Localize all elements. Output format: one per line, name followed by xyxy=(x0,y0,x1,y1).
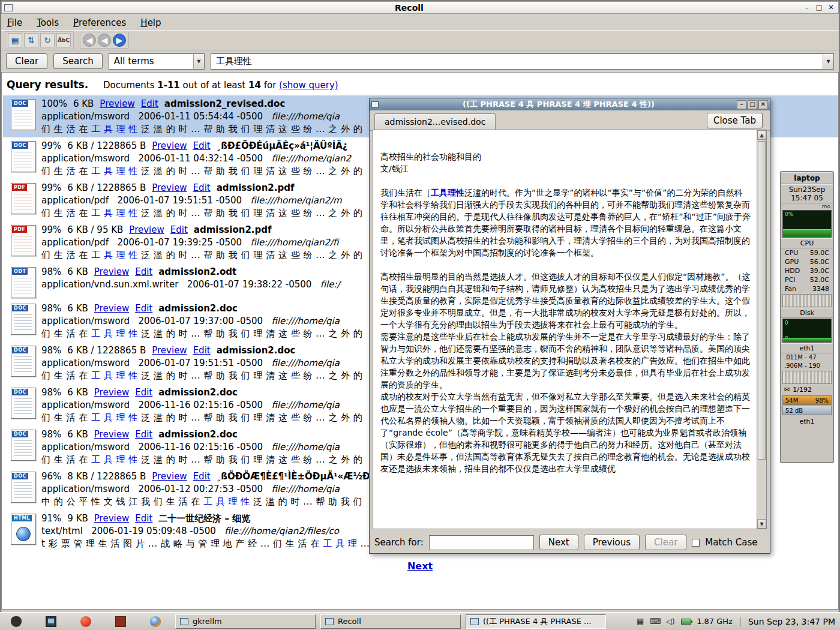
preview-paragraph: 需要注意的是这些毕业后在社会上能成功发展的学生并不一定是在大学里学习成绩最好的学… xyxy=(380,331,751,391)
menu-preferences[interactable]: Preferences xyxy=(73,17,126,28)
scroll-down-icon[interactable]: ▼ xyxy=(757,519,766,529)
result-preview-link[interactable]: Preview xyxy=(94,429,129,440)
result-preview-link[interactable]: Preview xyxy=(152,471,187,482)
result-date: 2006-01-07 19:39:25 -0500 xyxy=(117,237,242,248)
search-button[interactable]: Search xyxy=(53,53,103,69)
result-size: 9 KB xyxy=(67,513,88,524)
spell-expand-icon[interactable]: ÂbÇ xyxy=(56,33,71,47)
result-preview-link[interactable]: Preview xyxy=(100,98,134,109)
result-edit-link[interactable]: Edit xyxy=(193,471,211,482)
firefox-icon[interactable] xyxy=(149,615,162,628)
preview-paragraph xyxy=(380,175,751,187)
result-edit-link[interactable]: Edit xyxy=(170,224,188,235)
preview-maximize-icon[interactable]: □ xyxy=(748,100,757,109)
match-case-checkbox[interactable] xyxy=(692,539,700,547)
result-title: admission2.doc xyxy=(158,303,238,314)
result-edit-link[interactable]: Edit xyxy=(141,98,158,109)
result-preview-link[interactable]: Preview xyxy=(152,140,187,151)
previous-page-icon[interactable]: ◀ xyxy=(98,34,111,47)
scrollbar-thumb[interactable] xyxy=(758,141,766,460)
preview-minimize-icon[interactable]: – xyxy=(737,100,746,109)
gkrellm-sensor-row: CPU59.0C xyxy=(781,248,833,257)
result-url: file:///home/qia xyxy=(271,400,340,410)
minimize-icon[interactable]: – xyxy=(802,3,812,12)
result-edit-link[interactable]: Edit xyxy=(135,513,152,524)
gkrellm-disk-chart: 0 0 xyxy=(782,319,832,343)
result-snippet: 们 生 活 在 工 具 理 性 泛 滥 的 时 ... 帮 助 我 们 理 清 … xyxy=(41,328,362,340)
result-preview-link[interactable]: Preview xyxy=(94,387,129,398)
result-preview-link[interactable]: Preview xyxy=(129,224,164,235)
close-icon[interactable]: ✕ xyxy=(826,3,836,12)
preview-tab[interactable]: admission2...evised.doc xyxy=(374,113,496,130)
result-score: 99% xyxy=(41,182,61,193)
preview-scrollbar[interactable]: ▲ ▼ xyxy=(757,130,766,529)
result-edit-link[interactable]: Edit xyxy=(193,182,211,193)
first-page-icon[interactable]: ◀ xyxy=(83,34,96,47)
find-next-button[interactable]: Next xyxy=(539,535,578,550)
result-mimetype: application/msword xyxy=(41,153,130,164)
main-titlebar[interactable]: Recoll – □ ✕ xyxy=(1,1,839,14)
result-snippet: t 彩 票 管 理 生 活 图 片 ... 战 略 与 管 理 地 产 经 ..… xyxy=(41,538,370,550)
menu-help[interactable]: Help xyxy=(140,17,161,28)
result-preview-link[interactable]: Preview xyxy=(94,513,129,524)
window-list-icon[interactable]: ▦ xyxy=(635,616,646,627)
keyboard-layout-icon[interactable]: ⌨ xyxy=(650,616,661,627)
query-input[interactable] xyxy=(211,54,823,69)
result-score: 98% xyxy=(41,345,61,356)
result-size: 6 KB xyxy=(73,98,94,109)
result-edit-link[interactable]: Edit xyxy=(135,387,152,398)
next-page-icon[interactable]: ▶ xyxy=(113,34,126,47)
taskbar-task-button[interactable]: gkrellm xyxy=(175,614,316,629)
terminal-icon[interactable] xyxy=(44,615,58,628)
gkrellm-clock: Sun23Sep 15:47 05 xyxy=(781,184,833,203)
preview-findbar: Search for: Next Previous Clear Match Ca… xyxy=(370,532,770,553)
close-tab-button[interactable]: Close Tab xyxy=(707,113,763,128)
result-preview-link[interactable]: Preview xyxy=(94,266,129,277)
maximize-icon[interactable]: □ xyxy=(814,3,824,12)
result-url: file:///home/qia xyxy=(271,111,340,122)
gkrellm-mail: ✉ 1/192 xyxy=(781,385,833,395)
taskbar-task-button[interactable]: Recoll xyxy=(320,614,461,629)
memory-percent: 98% xyxy=(815,397,829,404)
volume-icon[interactable]: ◁) xyxy=(665,616,676,627)
result-preview-link[interactable]: Preview xyxy=(94,303,129,314)
gkrellm-sensor-row: HDD39.0C xyxy=(781,266,833,275)
menu-file[interactable]: File xyxy=(7,17,22,28)
clear-button[interactable]: Clear xyxy=(6,53,47,69)
cpu-chart-value: 0% xyxy=(785,211,793,217)
result-edit-link[interactable]: Edit xyxy=(135,303,152,314)
result-table-icon[interactable]: ▦ xyxy=(8,33,22,47)
result-size: 6 KB xyxy=(67,387,88,398)
file-type-badge: DOC xyxy=(12,347,28,353)
scrollbar-track[interactable] xyxy=(757,140,766,519)
next-page-link[interactable]: Next xyxy=(407,560,433,572)
sort-parameters-icon[interactable]: ⇅ xyxy=(24,33,38,47)
query-history-chevron-icon[interactable]: ▼ xyxy=(823,54,833,69)
wm-menu-icon[interactable] xyxy=(10,615,23,628)
taskbar-task-button[interactable]: ((工 PHRASE 4 具 PHRASE ... xyxy=(466,614,606,629)
result-edit-link[interactable]: Edit xyxy=(135,429,152,440)
chat-icon[interactable] xyxy=(79,615,92,628)
find-previous-button[interactable]: Previous xyxy=(584,535,640,550)
result-snippet: 们 生 活 在 工 具 理 性 泛 滥 的 时 ... 帮 助 我 们 理 清 … xyxy=(41,123,362,136)
term-explorer-icon[interactable]: ↻ xyxy=(40,33,55,47)
scroll-up-icon[interactable]: ▲ xyxy=(757,130,766,140)
menu-tools[interactable]: Tools xyxy=(37,17,59,28)
result-edit-link[interactable]: Edit xyxy=(193,140,211,151)
result-score: 98% xyxy=(41,387,61,398)
show-query-link[interactable]: (show query) xyxy=(279,80,338,91)
result-preview-link[interactable]: Preview xyxy=(152,182,187,193)
result-size: 6 KB xyxy=(67,303,88,314)
result-preview-link[interactable]: Preview xyxy=(152,345,187,356)
file-type-badge: PDF xyxy=(12,184,27,191)
preview-titlebar[interactable]: ((工 PHRASE 4 具 PHRASE 4 理 PHRASE 4 性)) –… xyxy=(370,98,770,110)
taskbar-launchers xyxy=(5,615,167,628)
preview-close-icon[interactable]: ✕ xyxy=(758,100,768,109)
mail-count: 1/192 xyxy=(793,386,812,394)
result-edit-link[interactable]: Edit xyxy=(193,345,211,356)
find-input[interactable] xyxy=(429,535,534,550)
package-icon[interactable] xyxy=(114,615,127,628)
result-edit-link[interactable]: Edit xyxy=(135,266,152,277)
result-title: admission2.doc xyxy=(158,387,238,398)
search-mode-select[interactable]: All terms ▼ xyxy=(109,53,205,70)
